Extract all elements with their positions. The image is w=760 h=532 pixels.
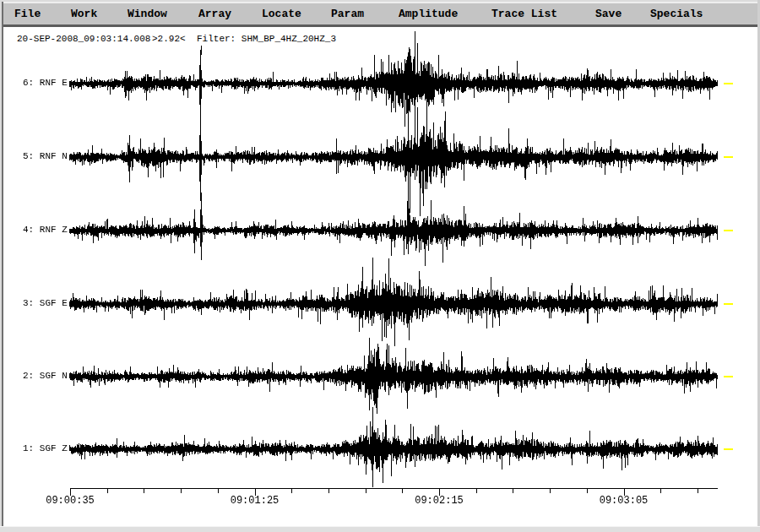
window-frame-bottom bbox=[0, 526, 760, 532]
trace-label: 3: SGF E bbox=[23, 298, 73, 308]
trace-label: 4: RNF Z bbox=[23, 225, 73, 235]
trace-label: 1: SGF Z bbox=[23, 443, 73, 453]
seismogram-canvas[interactable] bbox=[0, 0, 760, 532]
trace-end-marker bbox=[724, 448, 733, 450]
trace-end-marker bbox=[724, 376, 733, 377]
time-tick-label: 09:03:05 bbox=[600, 495, 649, 507]
trace-label: 2: SGF N bbox=[23, 371, 73, 381]
trace-end-marker bbox=[724, 83, 733, 84]
trace-end-marker bbox=[724, 156, 733, 158]
trace-label: 5: RNF N bbox=[23, 151, 73, 161]
window-frame-left-shadow bbox=[2, 2, 3, 532]
time-tick-label: 09:02:15 bbox=[415, 495, 464, 507]
time-tick-label: 09:01:25 bbox=[231, 495, 280, 507]
trace-end-marker bbox=[724, 230, 733, 231]
time-tick-label: 09:00:35 bbox=[46, 495, 95, 507]
app-window: FileWorkWindowArrayLocateParamAmplitudeT… bbox=[0, 0, 760, 532]
trace-end-marker bbox=[724, 303, 733, 305]
trace-label: 6: RNF E bbox=[23, 78, 73, 88]
